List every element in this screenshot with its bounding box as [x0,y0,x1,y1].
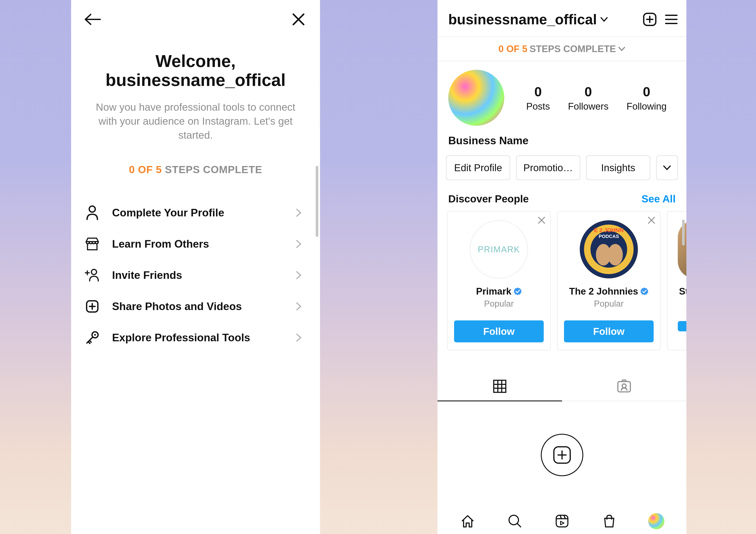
close-button[interactable] [290,11,307,28]
menu-label: Learn From Others [112,238,282,250]
search-icon [507,514,523,529]
welcome-subtitle: Now you have professional tools to conne… [82,100,309,142]
menu-label: Share Photos and Videos [112,300,282,313]
avatar-icon [648,513,664,529]
username-text: businessname_offical [448,11,597,28]
menu-item-explore-tools[interactable]: Explore Professional Tools [71,322,320,353]
profile-stats-row: 0 Posts 0 Followers 0 Following [438,61,687,130]
empty-state [438,433,687,476]
nav-profile[interactable] [648,513,665,530]
card-name: Primark [476,286,511,297]
chevron-down-icon [663,165,671,170]
follow-button[interactable] [678,321,687,331]
steps-count: 0 OF 5 [129,164,162,175]
stats-block: 0 Posts 0 Followers 0 Following [517,84,676,112]
menu-button[interactable] [663,11,680,28]
discover-header: Discover People See All [438,180,687,211]
discover-title: Discover People [448,193,529,205]
profile-screen: businessname_offical 0 OF 5 STEPS COMPLE… [438,0,687,534]
follow-button[interactable]: Follow [564,320,654,343]
chevron-right-icon [294,302,303,311]
welcome-title: Welcome, businessname_offical [82,52,309,89]
see-all-link[interactable]: See All [641,193,676,205]
onboarding-screen: Welcome, businessname_offical Now you ha… [71,0,320,534]
bottom-nav [438,504,687,534]
card-subtitle: Popular [484,299,514,309]
svg-text:PODCAS: PODCAS [599,234,619,239]
card-subtitle: Popular [594,299,624,309]
home-icon [460,514,475,529]
chevron-right-icon [294,240,303,248]
person-icon [84,205,100,221]
discover-card: PRIMARK Primark Popular Follow [447,211,551,350]
menu-item-complete-profile[interactable]: Complete Your Profile [71,197,320,228]
svg-point-16 [622,384,626,388]
menu-item-invite-friends[interactable]: Invite Friends [71,260,320,291]
stat-posts[interactable]: 0 Posts [526,84,550,112]
steps-banner[interactable]: 0 OF 5 STEPS COMPLETE [438,37,687,61]
card-close-button[interactable] [537,216,546,225]
card-name-row: The 2 Johnnies [569,286,648,297]
svg-point-4 [94,334,96,336]
person-add-icon [84,267,100,283]
menu-item-learn-from-others[interactable]: Learn From Others [71,228,320,260]
insights-button[interactable]: Insights [586,156,650,180]
discover-card: E 2 JOHNN PODCAS The 2 Johnnies Popular … [557,211,661,350]
card-name: The 2 Johnnies [569,286,638,297]
tab-tagged[interactable] [562,372,687,401]
menu-item-share-photos[interactable]: Share Photos and Videos [71,291,320,322]
nav-reels[interactable] [554,513,571,530]
discover-cards[interactable]: PRIMARK Primark Popular Follow [438,211,687,350]
storefront-icon [84,236,100,252]
stat-following[interactable]: 0 Following [627,84,666,112]
svg-marker-6 [514,288,522,295]
create-button[interactable] [641,11,659,28]
edit-profile-button[interactable]: Edit Profile [446,156,510,180]
card-avatar[interactable]: E 2 JOHNN PODCAS [580,220,638,278]
shop-icon [602,514,617,529]
tagged-icon [617,379,632,393]
chevron-right-icon [294,208,303,217]
nav-shop[interactable] [601,513,618,530]
nav-home[interactable] [459,513,476,530]
menu-label: Explore Professional Tools [112,331,282,344]
verified-badge-icon [514,287,522,295]
chevron-right-icon [294,333,303,342]
svg-rect-14 [494,380,506,392]
card-name-row: Primark [476,286,522,297]
add-content-icon[interactable] [531,433,593,476]
profile-actions: Edit Profile Promotio… Insights [438,156,687,180]
nav-search[interactable] [506,513,524,530]
card-avatar[interactable]: PRIMARK [470,220,528,278]
svg-rect-20 [556,515,568,527]
username-dropdown[interactable]: businessname_offical [448,11,637,28]
svg-rect-15 [618,382,630,392]
back-button[interactable] [84,11,101,28]
banner-suffix: STEPS COMPLETE [529,43,616,54]
stat-followers[interactable]: 0 Followers [568,84,608,112]
grid-icon [493,379,507,393]
promotions-button[interactable]: Promotio… [516,156,580,180]
reels-icon [554,514,570,529]
chevron-down-icon [600,17,608,22]
discover-toggle-button[interactable] [656,156,678,180]
chevron-down-icon [618,46,625,51]
svg-point-1 [92,269,96,274]
follow-button[interactable]: Follow [454,320,544,343]
scroll-indicator[interactable] [316,166,318,237]
card-name-row: Sta [679,286,687,297]
svg-text:E 2 JOHNN: E 2 JOHNN [594,227,623,233]
onboarding-menu: Complete Your Profile Learn From Others … [71,197,320,353]
card-close-button[interactable] [647,216,656,225]
top-bar [71,0,320,35]
profile-avatar[interactable] [448,70,504,126]
steps-suffix: STEPS COMPLETE [165,164,262,175]
card-name: Sta [679,286,687,297]
tab-grid[interactable] [438,372,562,401]
verified-badge-icon [640,287,648,295]
plus-square-icon [84,298,100,314]
steps-progress: 0 OF 5 STEPS COMPLETE [71,164,320,175]
scroll-indicator[interactable] [682,220,685,245]
banner-count: 0 OF 5 [499,43,527,54]
key-icon [84,329,100,345]
